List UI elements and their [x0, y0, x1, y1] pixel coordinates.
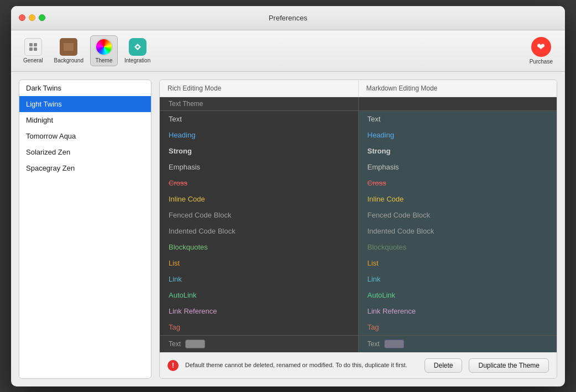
- md-row-text[interactable]: Text: [359, 111, 557, 127]
- sidebar-item-solarized-zen[interactable]: Solarized Zen: [19, 144, 151, 160]
- toolbar-item-background[interactable]: Background: [50, 36, 88, 66]
- rich-row-list[interactable]: List: [160, 255, 358, 271]
- rich-row-tag[interactable]: Tag: [160, 319, 358, 335]
- preferences-window: Preferences General: [11, 6, 565, 386]
- md-row-cross[interactable]: Cross: [359, 175, 557, 191]
- action-bar: ! Default theme cannot be deleted, renam…: [160, 352, 557, 378]
- delete-button[interactable]: Delete: [425, 358, 463, 373]
- md-row-heading[interactable]: Heading: [359, 127, 557, 143]
- sidebar-item-dark-twins[interactable]: Dark Twins: [19, 80, 151, 96]
- text-color-swatch-right[interactable]: [384, 340, 404, 348]
- md-row-strong[interactable]: Strong: [359, 143, 557, 159]
- background-label: Background: [54, 57, 83, 63]
- toolbar-item-integration[interactable]: Integration: [120, 36, 155, 66]
- md-row-inline-code[interactable]: Inline Code: [359, 191, 557, 207]
- window-title: Preferences: [269, 14, 307, 22]
- svg-rect-3: [34, 47, 37, 51]
- general-label: General: [23, 57, 43, 63]
- footer-right: Text: [359, 336, 557, 352]
- rich-row-blockquotes[interactable]: Blockquotes: [160, 239, 358, 255]
- sidebar-item-tomorrow-aqua[interactable]: Tomorrow Aqua: [19, 128, 151, 144]
- markdown-editing-header: Markdown Editing Mode: [359, 80, 557, 97]
- theme-table: Text Heading Strong Emphasis Cross Inlin…: [160, 111, 557, 335]
- rich-row-link[interactable]: Link: [160, 271, 358, 287]
- md-row-indented-code[interactable]: Indented Code Block: [359, 223, 557, 239]
- rich-row-link-reference[interactable]: Link Reference: [160, 303, 358, 319]
- svg-rect-1: [34, 43, 37, 46]
- warning-icon: !: [167, 360, 179, 371]
- sidebar-item-spacegray-zen[interactable]: Spacegray Zen: [19, 160, 151, 176]
- rich-row-strong[interactable]: Strong: [160, 143, 358, 159]
- md-row-autolink[interactable]: AutoLink: [359, 287, 557, 303]
- theme-icon: [95, 38, 113, 56]
- md-row-tag[interactable]: Tag: [359, 319, 557, 335]
- md-row-link[interactable]: Link: [359, 271, 557, 287]
- md-row-emphasis[interactable]: Emphasis: [359, 159, 557, 175]
- close-button[interactable]: [19, 14, 25, 21]
- svg-point-6: [137, 46, 139, 48]
- toolbar: General Background Theme: [11, 30, 565, 72]
- markdown-col: Text Heading Strong Emphasis Cross Inlin…: [359, 111, 557, 335]
- md-row-fenced-code[interactable]: Fenced Code Block: [359, 207, 557, 223]
- md-row-list[interactable]: List: [359, 255, 557, 271]
- content-area: Dark Twins Light Twins Midnight Tomorrow…: [11, 72, 565, 386]
- text-color-swatch-left[interactable]: [185, 340, 205, 348]
- toolbar-item-general[interactable]: General: [19, 36, 48, 66]
- footer-text-label-right: Text: [368, 340, 380, 348]
- purchase-label: Purchase: [530, 59, 553, 65]
- integration-label: Integration: [124, 57, 150, 63]
- rich-row-cross[interactable]: Cross: [160, 175, 358, 191]
- rich-col: Text Heading Strong Emphasis Cross Inlin…: [160, 111, 359, 335]
- sidebar: Dark Twins Light Twins Midnight Tomorrow…: [19, 80, 151, 379]
- background-icon: [60, 38, 77, 56]
- sidebar-item-light-twins[interactable]: Light Twins: [19, 96, 151, 112]
- toolbar-item-theme[interactable]: Theme: [90, 35, 118, 66]
- duplicate-button[interactable]: Duplicate the Theme: [469, 358, 549, 373]
- md-row-link-reference[interactable]: Link Reference: [359, 303, 557, 319]
- integration-icon: [129, 38, 146, 56]
- sidebar-item-midnight[interactable]: Midnight: [19, 112, 151, 128]
- rich-row-inline-code[interactable]: Inline Code: [160, 191, 358, 207]
- footer-left: Text: [160, 336, 359, 352]
- footer-color-row: Text Text: [160, 335, 557, 352]
- toolbar-item-purchase[interactable]: ❤ Purchase: [525, 35, 557, 67]
- rich-row-fenced-code[interactable]: Fenced Code Block: [160, 207, 358, 223]
- rich-row-emphasis[interactable]: Emphasis: [160, 159, 358, 175]
- warning-message: Default theme cannot be deleted, renamed…: [185, 361, 418, 369]
- rich-row-heading[interactable]: Heading: [160, 127, 358, 143]
- svg-rect-2: [29, 47, 33, 51]
- theme-label: Theme: [95, 57, 112, 63]
- footer-text-label-left: Text: [169, 340, 181, 348]
- text-theme-label-left: Text Theme: [160, 97, 359, 110]
- minimize-button[interactable]: [29, 14, 35, 21]
- rich-row-autolink[interactable]: AutoLink: [160, 287, 358, 303]
- purchase-icon: ❤: [531, 37, 551, 57]
- md-row-blockquotes[interactable]: Blockquotes: [359, 239, 557, 255]
- text-theme-label-right: [359, 97, 557, 110]
- titlebar: Preferences: [11, 6, 565, 30]
- svg-rect-0: [29, 43, 33, 46]
- panel-header: Rich Editing Mode Markdown Editing Mode: [160, 80, 557, 97]
- toolbar-right: ❤ Purchase: [525, 35, 557, 67]
- rich-row-indented-code[interactable]: Indented Code Block: [160, 223, 358, 239]
- general-icon: [24, 38, 42, 56]
- rich-row-text[interactable]: Text: [160, 111, 358, 127]
- main-panel: Rich Editing Mode Markdown Editing Mode …: [159, 80, 557, 379]
- traffic-lights: [19, 14, 45, 21]
- rich-editing-header: Rich Editing Mode: [160, 80, 359, 97]
- toolbar-left: General Background Theme: [19, 35, 155, 66]
- svg-rect-5: [64, 43, 74, 51]
- maximize-button[interactable]: [39, 14, 45, 21]
